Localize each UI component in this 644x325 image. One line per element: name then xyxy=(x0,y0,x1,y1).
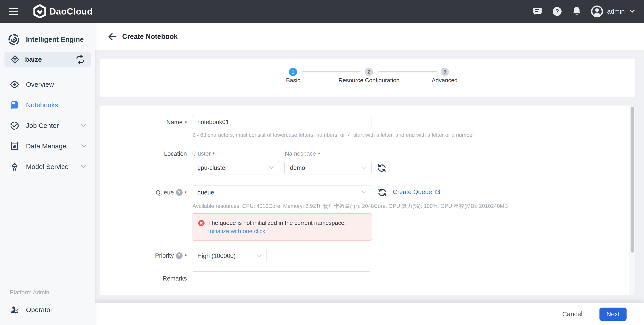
navbar-actions: ? admin xyxy=(532,5,636,17)
brand-logo: DaoCloud xyxy=(33,4,93,18)
required-marker: * xyxy=(184,253,187,260)
notebook-book-icon xyxy=(10,100,19,110)
page-header: Create Notebook xyxy=(95,23,644,50)
step-1-label: Basic xyxy=(286,77,300,84)
switch-workspace-icon[interactable] xyxy=(76,55,85,64)
svg-text:?: ? xyxy=(556,8,559,15)
namespace-label-row: Namespace* xyxy=(285,150,320,157)
priority-label: Priority xyxy=(155,252,174,259)
user-menu[interactable]: admin xyxy=(591,5,636,17)
create-queue-link[interactable]: Create Queue xyxy=(393,188,441,196)
sidebar-item-label: Model Service xyxy=(26,163,68,171)
priority-label-row: Priority ? * xyxy=(100,252,189,259)
location-label: Location xyxy=(164,150,187,157)
error-icon xyxy=(198,220,204,226)
help-icon[interactable]: ? xyxy=(552,6,562,16)
chevron-down-icon xyxy=(268,166,274,170)
namespace-label: Namespace xyxy=(285,150,316,157)
sidebar-item-job-center[interactable]: Job Center xyxy=(0,115,95,136)
refresh-namespace-icon[interactable] xyxy=(376,163,387,173)
name-label-row: Name* xyxy=(100,119,189,126)
chevron-down-icon xyxy=(80,144,87,148)
cancel-button[interactable]: Cancel xyxy=(558,308,586,320)
platform-admin-section-label: Platform Admin xyxy=(0,282,95,296)
main-area: Create Notebook 1 2 3 Basic Resource Con… xyxy=(95,23,644,325)
step-connector xyxy=(302,71,361,72)
product-header: Intelligent Engine xyxy=(0,33,95,46)
messages-icon[interactable] xyxy=(532,6,543,16)
queue-help-icon[interactable]: ? xyxy=(176,189,182,196)
stepper: 1 2 3 Basic Resource Configuration Advan… xyxy=(100,58,635,97)
required-marker: * xyxy=(212,151,215,158)
step-connector xyxy=(378,71,438,72)
sidebar-nav: Overview Notebooks Job Center xyxy=(0,74,95,177)
content: 1 2 3 Basic Resource Configuration Advan… xyxy=(95,50,644,325)
sidebar-item-operator[interactable]: Operator xyxy=(0,301,95,319)
operator-icon xyxy=(10,305,19,315)
divider xyxy=(7,72,88,72)
name-input[interactable] xyxy=(192,115,372,129)
step-3-label: Advanced xyxy=(432,77,458,84)
priority-help-icon[interactable]: ? xyxy=(176,252,182,259)
sidebar-item-label: Data Manage... xyxy=(26,142,72,150)
sidebar-item-label: Operator xyxy=(26,306,52,314)
daocloud-logo-icon xyxy=(33,4,46,18)
username: admin xyxy=(607,8,625,15)
chevron-down-icon xyxy=(256,254,262,258)
cluster-select[interactable]: gpu-cluster xyxy=(192,161,279,175)
sidebar-item-overview[interactable]: Overview xyxy=(0,74,95,95)
priority-select[interactable]: High (100000) xyxy=(192,249,267,263)
chevron-down-icon xyxy=(80,165,87,169)
initialize-link[interactable]: Initialize with one click xyxy=(208,227,346,235)
sidebar-item-data-management[interactable]: Data Manage... xyxy=(0,136,95,156)
product-name: Intelligent Engine xyxy=(26,35,84,43)
chevron-down-icon xyxy=(629,9,636,14)
cluster-label: Cluster xyxy=(192,150,210,157)
top-navbar: DaoCloud ? admin xyxy=(0,0,644,23)
sidebar: Intelligent Engine baize Overview xyxy=(0,23,95,325)
queue-select[interactable]: queue xyxy=(192,186,372,199)
model-service-icon xyxy=(10,162,19,171)
app-root: DaoCloud ? admin xyxy=(0,0,644,325)
brand-name: DaoCloud xyxy=(50,6,93,16)
page-title: Create Notebook xyxy=(122,33,178,41)
step-2-label: Resource Configuration xyxy=(338,77,400,84)
required-marker: * xyxy=(184,120,187,126)
name-help-text: 2 - 63 characters, must consist of lower… xyxy=(192,132,474,138)
form-scrollbar[interactable] xyxy=(629,105,635,295)
back-arrow-icon[interactable] xyxy=(108,32,117,41)
step-2-circle[interactable]: 2 xyxy=(365,68,373,76)
workspace-gem-icon xyxy=(10,55,20,64)
alert-message: The queue is not initialized in the curr… xyxy=(208,219,346,227)
sidebar-item-label: Notebooks xyxy=(26,101,58,109)
next-button[interactable]: Next xyxy=(600,308,626,321)
sidebar-item-model-service[interactable]: Model Service xyxy=(0,156,95,177)
sidebar-bottom: Platform Admin Operator xyxy=(0,281,95,325)
available-resources-text: Available resources: CPU: 4010Core, Memo… xyxy=(192,203,508,210)
cluster-label-row: Cluster* xyxy=(192,150,215,157)
chevron-down-icon xyxy=(362,190,367,194)
eye-icon xyxy=(10,80,19,89)
queue-label: Queue xyxy=(156,189,174,196)
scrollbar-thumb[interactable] xyxy=(630,107,634,253)
required-marker: * xyxy=(184,190,187,197)
namespace-select[interactable]: demo xyxy=(284,161,372,175)
workspace-selector[interactable]: baize xyxy=(4,52,91,67)
required-marker: * xyxy=(318,151,320,158)
notifications-bell-icon[interactable] xyxy=(572,6,582,17)
refresh-queue-icon[interactable] xyxy=(377,187,387,198)
workspace-name: baize xyxy=(25,56,42,63)
external-link-icon xyxy=(434,189,441,195)
queue-error-alert: The queue is not initialized in the curr… xyxy=(192,214,372,241)
chevron-down-icon xyxy=(361,166,367,170)
form-footer: Cancel Next xyxy=(95,303,644,325)
step-3-circle[interactable]: 3 xyxy=(440,68,449,76)
hamburger-menu-icon[interactable] xyxy=(9,7,18,15)
sidebar-item-notebooks[interactable]: Notebooks xyxy=(0,95,95,115)
name-label: Name xyxy=(166,119,182,126)
queue-label-row: Queue ? * xyxy=(100,189,189,196)
step-1-circle[interactable]: 1 xyxy=(289,68,297,76)
job-center-icon xyxy=(10,121,19,130)
remarks-textarea[interactable] xyxy=(192,271,371,295)
remarks-label: Remarks xyxy=(163,275,187,282)
